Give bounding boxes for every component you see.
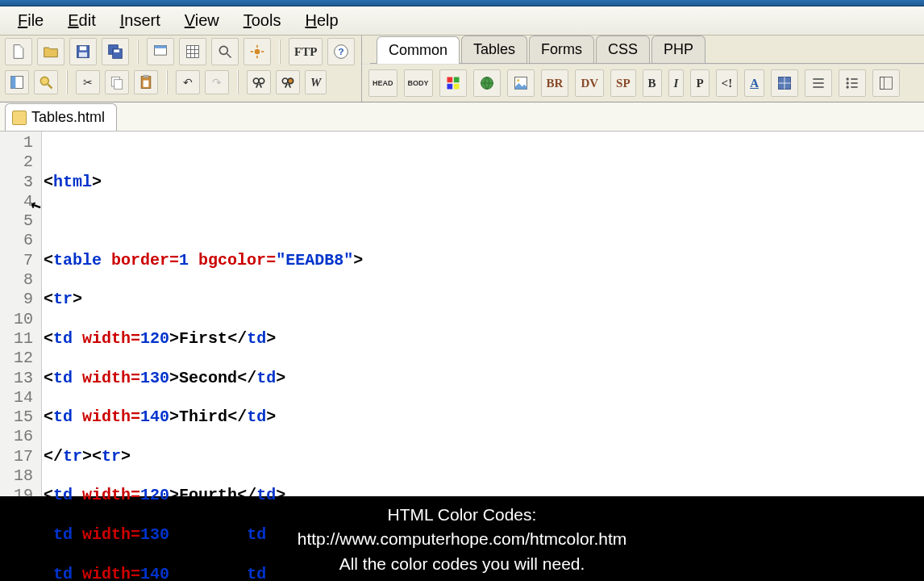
- editor-area: Tables.html 1234567891011121314151617181…: [0, 102, 924, 496]
- menu-file[interactable]: FFileile: [6, 10, 55, 31]
- svg-rect-5: [114, 50, 119, 52]
- code-content[interactable]: ↖ <html> <table border=1 bgcolor="EEADB8…: [42, 132, 924, 496]
- svg-point-35: [282, 78, 288, 84]
- line-gutter: 12345678910111213141516171819: [0, 132, 42, 496]
- tab-css[interactable]: CSS: [596, 36, 650, 63]
- align-button[interactable]: [805, 69, 832, 97]
- svg-rect-27: [114, 80, 123, 90]
- tab-forms[interactable]: Forms: [529, 36, 594, 63]
- svg-rect-42: [453, 84, 459, 90]
- svg-rect-8: [187, 46, 199, 58]
- menu-help[interactable]: Help: [293, 10, 349, 31]
- layout-button[interactable]: [872, 69, 900, 97]
- cut-button[interactable]: ✂: [76, 70, 100, 94]
- separator: [166, 70, 168, 94]
- svg-point-54: [846, 86, 848, 88]
- dv-button[interactable]: DV: [575, 69, 604, 97]
- new-file-button[interactable]: [5, 38, 32, 65]
- find-in-files-button[interactable]: [211, 38, 239, 65]
- svg-point-53: [846, 82, 848, 84]
- italic-button[interactable]: I: [668, 69, 685, 97]
- settings-button[interactable]: [243, 38, 271, 65]
- calendar-button[interactable]: [179, 38, 206, 65]
- svg-point-52: [846, 77, 848, 80]
- separator: [137, 40, 139, 64]
- svg-point-45: [517, 79, 519, 82]
- paragraph-button[interactable]: P: [690, 69, 709, 97]
- svg-rect-1: [80, 46, 86, 50]
- document-tab[interactable]: Tables.html: [5, 103, 117, 131]
- svg-rect-23: [11, 77, 16, 89]
- br-button[interactable]: BR: [541, 69, 569, 97]
- body-tag-button[interactable]: BODY: [404, 69, 433, 97]
- right-toolbar-panel: Common Tables Forms CSS PHP HEAD BODY BR…: [361, 36, 924, 102]
- svg-text:?: ?: [339, 46, 344, 56]
- colors-button[interactable]: [439, 69, 467, 97]
- replace-button[interactable]: [276, 70, 300, 94]
- menu-insert[interactable]: Insert: [109, 10, 172, 31]
- save-button[interactable]: [69, 38, 97, 65]
- tab-common[interactable]: Common: [377, 36, 460, 64]
- tab-tables[interactable]: Tables: [461, 36, 527, 63]
- comment-button[interactable]: <!: [716, 69, 739, 97]
- menu-view[interactable]: View: [173, 10, 231, 31]
- redo-button[interactable]: ↷: [205, 70, 229, 94]
- link-button[interactable]: [473, 69, 501, 97]
- svg-point-24: [40, 77, 48, 85]
- menu-tools[interactable]: Tools: [232, 10, 293, 31]
- insert-tabset: Common Tables Forms CSS PHP: [370, 36, 924, 64]
- menubar: FFileile Edit Insert View Tools Help: [0, 6, 924, 36]
- code-editor[interactable]: 12345678910111213141516171819 ↖ <html> <…: [0, 132, 924, 496]
- paste-button[interactable]: [134, 70, 158, 94]
- svg-line-14: [227, 54, 231, 58]
- svg-rect-40: [453, 77, 459, 83]
- anchor-button[interactable]: A: [744, 69, 764, 97]
- separator: [237, 70, 239, 94]
- app-window: FFileile Edit Insert View Tools Help: [0, 0, 924, 581]
- tab-php[interactable]: PHP: [651, 36, 705, 63]
- svg-line-25: [48, 85, 52, 89]
- open-file-button[interactable]: [37, 38, 65, 65]
- document-tab-label: Tables.html: [31, 109, 105, 126]
- zoom-button[interactable]: [34, 70, 58, 94]
- svg-rect-30: [144, 81, 149, 87]
- svg-rect-39: [447, 77, 452, 83]
- bold-button[interactable]: B: [643, 69, 662, 97]
- svg-point-13: [219, 46, 227, 54]
- list-button[interactable]: [839, 69, 866, 97]
- image-button[interactable]: [507, 69, 535, 97]
- svg-rect-59: [880, 77, 884, 90]
- separator: [279, 40, 281, 64]
- menu-edit[interactable]: Edit: [56, 10, 106, 31]
- save-all-button[interactable]: [102, 38, 129, 65]
- svg-point-36: [288, 78, 293, 84]
- table-insert-button[interactable]: [771, 69, 798, 97]
- svg-point-31: [253, 78, 259, 84]
- svg-rect-29: [144, 75, 149, 77]
- document-tabs: Tables.html: [0, 102, 924, 132]
- ftp-button[interactable]: FTP: [289, 38, 323, 65]
- svg-rect-2: [79, 52, 87, 57]
- svg-rect-41: [447, 84, 452, 90]
- svg-rect-58: [880, 77, 892, 90]
- browser-preview-button[interactable]: [147, 38, 174, 65]
- undo-button[interactable]: ↶: [176, 70, 200, 94]
- copy-button[interactable]: [105, 70, 129, 94]
- svg-rect-7: [155, 46, 167, 48]
- word-wrap-button[interactable]: W: [305, 70, 327, 94]
- svg-point-15: [255, 49, 260, 55]
- separator: [66, 70, 68, 94]
- find-button[interactable]: [247, 70, 271, 94]
- sp-button[interactable]: SP: [610, 69, 636, 97]
- svg-point-32: [259, 78, 264, 84]
- titlebar: [0, 0, 924, 6]
- toggle-panel-button[interactable]: [5, 70, 29, 94]
- toolbar-container: FTP ? ✂ ↶ ↷ W: [0, 36, 924, 102]
- html-file-icon: [12, 111, 27, 125]
- help-button[interactable]: ?: [327, 38, 355, 65]
- insert-toolbar: HEAD BODY BR DV SP B I P <! A: [362, 64, 924, 102]
- head-tag-button[interactable]: HEAD: [368, 69, 397, 97]
- left-toolbar: FTP ? ✂ ↶ ↷ W: [0, 36, 361, 102]
